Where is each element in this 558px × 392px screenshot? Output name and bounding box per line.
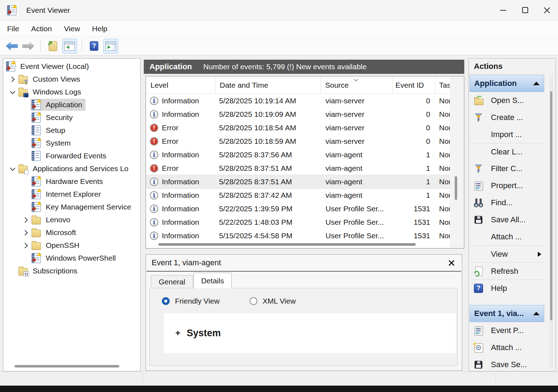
action-item[interactable]: Attach ... xyxy=(470,339,544,356)
maximize-button[interactable] xyxy=(514,0,536,20)
action-item[interactable]: Help xyxy=(470,279,544,296)
action-item[interactable]: Event P... xyxy=(470,322,544,339)
tree-item[interactable]: Windows PowerShell xyxy=(3,252,140,265)
col-header-event-id[interactable]: Event ID xyxy=(393,77,435,93)
action-item[interactable]: Create ... xyxy=(470,109,544,126)
collapse-icon[interactable] xyxy=(533,312,540,315)
expander-icon[interactable] xyxy=(7,73,17,86)
minimize-button[interactable] xyxy=(492,0,514,20)
action-item[interactable]: Save Se... xyxy=(470,356,544,371)
table-row[interactable]: Information 5/15/2025 4:54:58 PM User Pr… xyxy=(146,229,450,240)
level-icon xyxy=(150,97,158,105)
tree-item[interactable]: Applications and Services Lo xyxy=(3,162,140,175)
actions-scrollbar-track[interactable] xyxy=(549,76,553,368)
event-id-text: 0 xyxy=(393,108,435,121)
tree-item[interactable]: Setup xyxy=(3,124,140,137)
menu-item-help[interactable]: Help xyxy=(92,24,107,33)
expander-icon[interactable] xyxy=(21,239,31,252)
export-button[interactable] xyxy=(45,39,60,54)
event-list-horizontal-scrollbar[interactable] xyxy=(158,243,416,246)
action-item[interactable]: Clear L... xyxy=(470,143,544,160)
table-row[interactable]: Error 5/28/2025 10:18:59 AM viam-server … xyxy=(146,135,450,148)
expander-icon[interactable] xyxy=(7,86,17,98)
xml-view-option[interactable]: XML View xyxy=(250,297,296,305)
menu-item-view[interactable]: View xyxy=(64,24,80,33)
table-row[interactable]: Error 5/28/2025 8:37:51 AM viam-agent 1 … xyxy=(146,162,450,175)
event-list-frame: Level Date and Time Source Event ID Task… xyxy=(146,76,464,249)
actions-section-event[interactable]: Event 1, via... xyxy=(470,305,544,322)
table-row[interactable]: Information 5/28/2025 8:37:56 AM viam-ag… xyxy=(146,148,450,162)
action-item[interactable]: Refresh xyxy=(470,262,544,279)
table-row[interactable]: Information 5/28/2025 8:37:42 AM viam-ag… xyxy=(146,189,450,202)
actions-scrollbar-thumb[interactable] xyxy=(550,91,552,320)
action-item[interactable]: Attach ... xyxy=(470,228,544,245)
table-row[interactable]: Information 5/22/2025 1:48:03 PM User Pr… xyxy=(146,216,450,229)
expander-icon[interactable] xyxy=(21,188,31,201)
expander-icon[interactable] xyxy=(21,111,31,124)
expander-icon[interactable] xyxy=(21,175,31,188)
tree-item[interactable]: Lenovo xyxy=(3,213,140,226)
expander-icon[interactable] xyxy=(21,201,31,213)
tree-item[interactable]: Security xyxy=(3,111,140,124)
level-icon xyxy=(150,124,158,132)
expander-icon[interactable] xyxy=(21,213,31,226)
tree-item[interactable]: Windows Logs xyxy=(3,86,140,98)
tree-item[interactable]: Key Management Service xyxy=(3,201,140,213)
tree-horizontal-scrollbar[interactable] xyxy=(15,365,119,368)
friendly-view-option[interactable]: Friendly View xyxy=(162,297,220,305)
tree-item[interactable]: Hardware Events xyxy=(3,175,140,188)
tree-item[interactable]: Custom Views xyxy=(3,73,140,86)
action-item[interactable]: View xyxy=(470,245,544,262)
table-row[interactable]: Information 5/28/2025 8:37:51 AM viam-ag… xyxy=(146,175,450,189)
expander-icon[interactable] xyxy=(21,252,31,265)
tree-item[interactable]: Forwarded Events xyxy=(3,149,140,162)
action-item[interactable]: Filter C... xyxy=(470,160,544,177)
action-item[interactable]: Import ... xyxy=(470,126,544,143)
expander-icon[interactable] xyxy=(21,137,31,149)
table-row[interactable]: Information 5/22/2025 1:39:59 PM User Pr… xyxy=(146,202,450,216)
forward-button[interactable] xyxy=(21,39,36,54)
action-item[interactable]: Save All... xyxy=(470,211,544,228)
menu-item-action[interactable]: Action xyxy=(31,24,52,33)
help-button[interactable] xyxy=(87,39,102,54)
col-header-level[interactable]: Level xyxy=(146,77,215,93)
tree-item[interactable]: System xyxy=(3,137,140,149)
table-row[interactable]: Information 5/28/2025 10:19:09 AM viam-s… xyxy=(146,108,450,121)
system-node-label[interactable]: System xyxy=(187,328,221,339)
node-expander[interactable]: + xyxy=(175,328,180,338)
actions-section-application[interactable]: Application xyxy=(470,75,544,92)
expander-icon[interactable] xyxy=(21,98,31,111)
collapse-icon[interactable] xyxy=(533,82,540,85)
task-category-text: None xyxy=(435,229,450,240)
tree-item[interactable]: Subscriptions xyxy=(3,265,140,277)
detail-close-icon[interactable] xyxy=(448,259,455,267)
table-row[interactable]: Information 5/28/2025 10:19:14 AM viam-s… xyxy=(146,94,450,108)
expander-icon[interactable] xyxy=(21,149,31,162)
tree-item[interactable]: Microsoft xyxy=(3,226,140,239)
tree-item[interactable]: Application xyxy=(3,98,140,111)
action-item[interactable]: Open S... xyxy=(470,92,544,109)
action-item[interactable]: Propert... xyxy=(470,177,544,194)
menu-item-file[interactable]: File xyxy=(7,24,19,33)
tree-item[interactable]: Internet Explorer xyxy=(3,188,140,201)
show-console-tree-button[interactable] xyxy=(62,39,77,54)
action-item[interactable]: Find... xyxy=(470,194,544,211)
expander-icon[interactable] xyxy=(21,124,31,137)
back-button[interactable] xyxy=(4,39,19,54)
expander-icon[interactable] xyxy=(7,162,17,175)
col-header-task-category[interactable]: Task Category xyxy=(435,77,450,93)
show-action-pane-button[interactable] xyxy=(103,39,118,54)
table-row[interactable]: Error 5/28/2025 10:18:54 AM viam-server … xyxy=(146,121,450,135)
expander-icon[interactable] xyxy=(21,226,31,239)
tree-item[interactable]: OpenSSH xyxy=(3,239,140,252)
tab-general[interactable]: General xyxy=(151,275,193,288)
event-list-vertical-scrollbar[interactable] xyxy=(455,176,457,200)
col-header-date[interactable]: Date and Time xyxy=(215,77,321,93)
close-button[interactable] xyxy=(536,0,558,20)
tab-details[interactable]: Details xyxy=(193,273,232,288)
tree-item[interactable]: Event Viewer (Local) xyxy=(3,60,140,73)
expander-icon[interactable] xyxy=(7,265,17,277)
radio-unselected-icon[interactable] xyxy=(250,297,257,305)
tree-item-icon xyxy=(18,166,28,173)
radio-selected-icon[interactable] xyxy=(162,297,170,305)
